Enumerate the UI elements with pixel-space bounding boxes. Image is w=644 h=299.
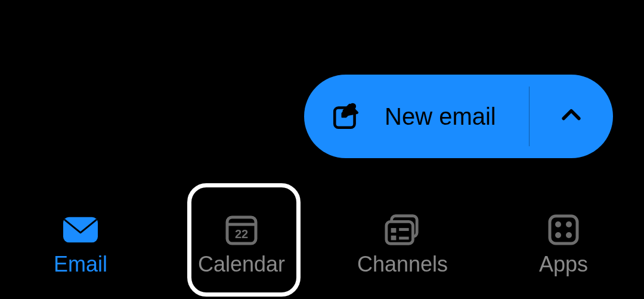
nav-item-email[interactable]: Email bbox=[0, 194, 161, 299]
svg-point-13 bbox=[566, 221, 572, 227]
nav-label-calendar: Calendar bbox=[198, 252, 285, 277]
new-email-label: New email bbox=[385, 103, 496, 130]
svg-rect-6 bbox=[386, 221, 413, 243]
new-email-fab: New email bbox=[304, 75, 613, 158]
new-email-button[interactable]: New email bbox=[304, 75, 529, 158]
svg-rect-11 bbox=[550, 216, 577, 243]
nav-label-email: Email bbox=[54, 252, 107, 277]
calendar-icon: 22 bbox=[224, 216, 259, 243]
content-area: New email bbox=[0, 0, 644, 194]
apps-icon bbox=[546, 216, 581, 243]
bottom-nav: Email 22 Calendar Channels bbox=[0, 194, 644, 299]
chevron-up-icon bbox=[558, 102, 584, 131]
nav-label-apps: Apps bbox=[539, 252, 588, 277]
nav-item-channels[interactable]: Channels bbox=[322, 194, 483, 299]
compose-icon bbox=[331, 101, 361, 131]
svg-point-12 bbox=[555, 221, 561, 227]
nav-item-calendar[interactable]: 22 Calendar bbox=[161, 194, 322, 299]
channels-icon bbox=[385, 216, 420, 243]
fab-expand-button[interactable] bbox=[530, 75, 613, 158]
nav-item-apps[interactable]: Apps bbox=[483, 194, 644, 299]
nav-label-channels: Channels bbox=[357, 252, 448, 277]
svg-rect-9 bbox=[391, 236, 397, 241]
svg-rect-7 bbox=[391, 228, 397, 233]
svg-point-15 bbox=[566, 232, 572, 238]
svg-point-14 bbox=[555, 232, 561, 238]
svg-rect-10 bbox=[399, 237, 408, 240]
calendar-date-badge: 22 bbox=[235, 227, 248, 241]
svg-rect-2 bbox=[63, 217, 98, 243]
svg-rect-8 bbox=[399, 228, 408, 231]
mail-icon bbox=[63, 216, 98, 243]
